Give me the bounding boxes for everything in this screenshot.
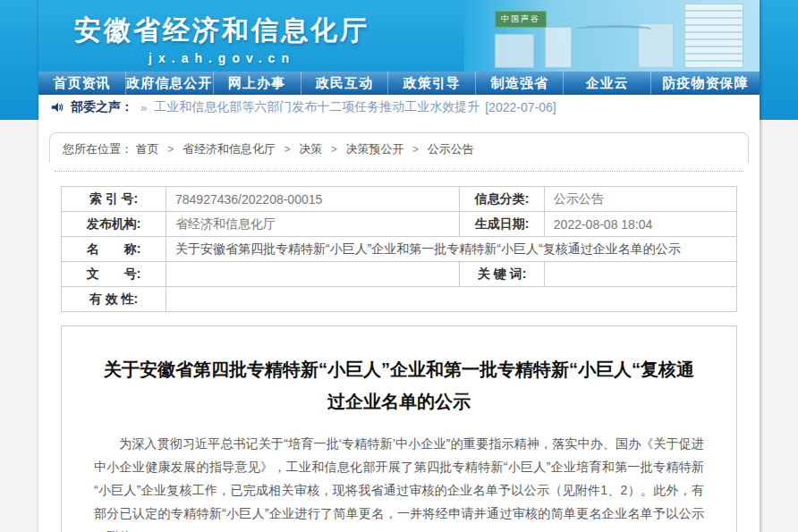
- building-graphic: [495, 34, 534, 68]
- meta-docno-label: 文 号:: [62, 262, 166, 287]
- meta-validity-value: [166, 287, 737, 312]
- breadcrumb-item-notices[interactable]: 公示公告: [428, 142, 474, 156]
- breadcrumb-separator: >: [284, 143, 291, 156]
- meta-keyword-label: 关 键 词:: [460, 262, 544, 287]
- page-container: 中国声谷 安徽省经济和信息化厅 jx.ah.gov.cn 首页资讯 政府信息公开…: [38, 0, 760, 532]
- meta-category-label: 信息分类:: [460, 187, 544, 212]
- article-title: 关于安徽省第四批专精特新“小巨人”企业和第一批专精特新“小巨人“复核通过企业名单…: [103, 353, 695, 418]
- nav-item-interaction[interactable]: 政民互动: [301, 72, 389, 95]
- meta-issuer-label: 发布机构:: [62, 212, 166, 237]
- canopy-graphic: [575, 25, 652, 34]
- article-paragraph: 为深入贯彻习近平总书记关于“培育一批‘专精特新’中小企业”的重要指示精神，落实中…: [94, 432, 704, 532]
- nav-item-policy-guidance[interactable]: 政策引导: [388, 72, 476, 95]
- site-logo[interactable]: 安徽省经济和信息化厅 jx.ah.gov.cn: [74, 13, 369, 65]
- breadcrumb-separator: >: [412, 143, 419, 156]
- meta-index-value: 784927436/202208-00015: [166, 187, 460, 212]
- meta-category-value: 公示公告: [544, 187, 736, 212]
- breadcrumb-item-pre-disclosure[interactable]: 决策预公开: [345, 142, 403, 156]
- breadcrumb-item-home[interactable]: 首页: [136, 142, 159, 156]
- table-row: 发布机构: 省经济和信息化厅 生成日期: 2022-08-08 18:04: [62, 212, 737, 237]
- site-url: jx.ah.gov.cn: [74, 51, 369, 65]
- nav-item-enterprise-cloud[interactable]: 企业云: [564, 72, 651, 95]
- ticker-headline-link[interactable]: 工业和信息化部等六部门发布十二项任务推动工业水效提升: [154, 99, 480, 115]
- meta-name-value: 关于安徽省第四批专精特新“小巨人”企业和第一批专精特新“小巨人“复核通过企业名单…: [166, 237, 737, 262]
- table-row: 有 效 性:: [62, 287, 737, 312]
- nav-item-manufacturing[interactable]: 制造强省: [476, 72, 564, 95]
- document-meta-table: 索 引 号: 784927436/202208-00015 信息分类: 公示公告…: [61, 186, 737, 312]
- table-row: 名 称: 关于安徽省第四批专精特新“小巨人”企业和第一批专精特新“小巨人“复核通…: [62, 237, 737, 262]
- breadcrumb-separator: >: [167, 143, 174, 156]
- meta-index-label: 索 引 号:: [62, 187, 166, 212]
- meta-issuer-value: 省经济和信息化厅: [166, 212, 460, 237]
- meta-validity-label: 有 效 性:: [62, 287, 166, 312]
- nav-item-home-news[interactable]: 首页资讯: [38, 72, 126, 95]
- nav-item-online-services[interactable]: 网上办事: [214, 72, 301, 95]
- building-graphic: [545, 27, 572, 68]
- table-row: 文 号: 关 键 词:: [62, 262, 737, 287]
- meta-date-label: 生成日期:: [460, 212, 544, 237]
- article-panel: 关于安徽省第四批专精特新“小巨人”企业和第一批专精特新“小巨人“复核通过企业名单…: [61, 325, 737, 532]
- building-graphic: [684, 4, 743, 68]
- arrow-icon: »: [140, 101, 147, 114]
- main-nav: 首页资讯 政府信息公开 网上办事 政民互动 政策引导 制造强省 企业云 防疫物资…: [38, 72, 760, 95]
- speaker-icon: [51, 101, 64, 114]
- breadcrumb-item-department[interactable]: 省经济和信息化厅: [183, 142, 276, 156]
- breadcrumb-separator: >: [331, 143, 337, 156]
- site-header: 中国声谷 安徽省经济和信息化厅 jx.ah.gov.cn: [38, 0, 760, 72]
- nav-item-epidemic-supplies[interactable]: 防疫物资保障: [651, 72, 760, 95]
- meta-date-value: 2022-08-08 18:04: [544, 212, 736, 237]
- breadcrumb-box: 您所在位置： 首页 > 省经济和信息化厅 > 决策 > 决策预公开 > 公示公告: [49, 132, 749, 163]
- breadcrumb-label: 您所在位置：: [63, 142, 132, 156]
- dotted-divider: [55, 163, 743, 172]
- header-photo: 中国声谷: [464, 0, 760, 72]
- breadcrumb-item-decision[interactable]: 决策: [299, 142, 322, 156]
- ticker-label: 部委之声：: [71, 99, 133, 115]
- meta-docno-value: [166, 262, 460, 287]
- meta-keyword-value: [544, 262, 736, 287]
- breadcrumb: 您所在位置： 首页 > 省经济和信息化厅 > 决策 > 决策预公开 > 公示公告: [63, 141, 735, 157]
- news-ticker: 部委之声： » 工业和信息化部等六部门发布十二项任务推动工业水效提升 [2022…: [38, 95, 760, 120]
- ticker-date: [2022-07-06]: [485, 100, 556, 114]
- photo-sign-label: 中国声谷: [495, 11, 547, 28]
- meta-name-label: 名 称:: [62, 237, 166, 262]
- table-row: 索 引 号: 784927436/202208-00015 信息分类: 公示公告: [62, 187, 737, 212]
- nav-item-gov-info[interactable]: 政府信息公开: [126, 72, 214, 95]
- site-title: 安徽省经济和信息化厅: [74, 13, 369, 49]
